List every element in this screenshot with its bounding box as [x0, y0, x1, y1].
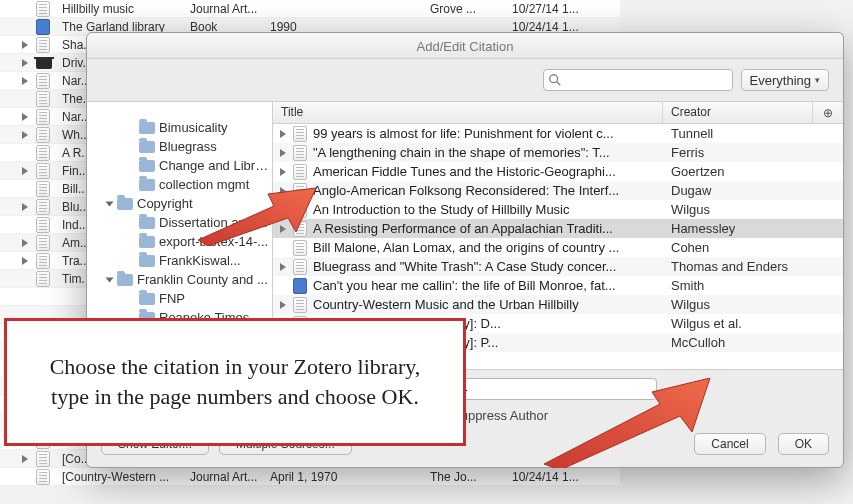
document-icon [36, 217, 50, 233]
collection-item[interactable]: FNP [87, 289, 272, 308]
collection-label: Franklin County and ... [137, 272, 272, 287]
citation-item[interactable]: "A lengthening chain in the shape of mem… [273, 143, 843, 162]
collection-item[interactable]: Change and Libraries [87, 156, 272, 175]
collection-label: Bimusicality [159, 120, 272, 135]
search-input[interactable] [543, 69, 733, 91]
disclosure-triangle-icon[interactable] [105, 200, 113, 208]
bg-title: [Country-Western ... [58, 470, 186, 484]
ok-button[interactable]: OK [778, 433, 829, 455]
collection-item[interactable]: FrankKiswal... [87, 251, 272, 270]
disclosure-triangle-icon[interactable] [22, 239, 28, 247]
collection-label: FrankKiswal... [159, 253, 272, 268]
document-icon [36, 1, 50, 17]
item-title: "A lengthening chain in the shape of mem… [313, 145, 610, 160]
citation-item[interactable]: Bluegrass and "White Trash": A Case Stud… [273, 257, 843, 276]
disclosure-triangle-icon[interactable] [105, 276, 113, 284]
collection-item[interactable]: Franklin County and ... [87, 270, 272, 289]
svg-line-1 [556, 82, 560, 86]
column-picker-icon[interactable]: ⊕ [813, 102, 843, 123]
document-icon [293, 297, 307, 313]
item-title: Anglo-American Folksong Reconsidered: Th… [313, 183, 619, 198]
citation-item[interactable]: An Introduction to the Study of Hillbill… [273, 200, 843, 219]
document-icon [293, 126, 307, 142]
document-icon [36, 469, 50, 485]
disclosure-triangle-icon[interactable] [22, 113, 28, 121]
document-icon [36, 235, 50, 251]
item-creator: Tunnell [663, 126, 843, 141]
citation-item[interactable]: Can't you hear me callin': the life of B… [273, 276, 843, 295]
disclosure-triangle-icon[interactable] [22, 257, 28, 265]
item-title: 99 years is almost for life: Punishment … [313, 126, 614, 141]
citation-item[interactable]: A Resisting Performance of an Appalachia… [273, 219, 843, 238]
folder-icon [139, 255, 155, 267]
folder-icon [139, 160, 155, 172]
citation-item[interactable]: Bill Malone, Alan Lomax, and the origins… [273, 238, 843, 257]
column-title[interactable]: Title [273, 102, 663, 123]
document-icon [36, 127, 50, 143]
document-icon [36, 181, 50, 197]
item-title: Can't you hear me callin': the life of B… [313, 278, 616, 293]
citation-item[interactable]: American Fiddle Tunes and the Historic-G… [273, 162, 843, 181]
disclosure-triangle-icon[interactable] [22, 77, 28, 85]
chevron-down-icon: ▾ [815, 75, 820, 85]
document-icon [36, 37, 50, 53]
document-icon [293, 259, 307, 275]
disclosure-triangle-icon[interactable] [279, 168, 287, 176]
item-title: Country-Western Music and the Urban Hill… [313, 297, 579, 312]
item-creator: Smith [663, 278, 843, 293]
citation-item[interactable]: 99 years is almost for life: Punishment … [273, 124, 843, 143]
folder-icon [117, 274, 133, 286]
item-title: Bill Malone, Alan Lomax, and the origins… [313, 240, 619, 255]
disclosure-triangle-icon[interactable] [22, 203, 28, 211]
search-icon [548, 73, 562, 87]
collection-item[interactable]: Bimusicality [87, 118, 272, 137]
document-icon [36, 163, 50, 179]
folder-icon [139, 293, 155, 305]
collection-label: Bluegrass [159, 139, 272, 154]
document-icon [36, 253, 50, 269]
column-creator[interactable]: Creator [663, 102, 813, 123]
disclosure-triangle-icon[interactable] [279, 263, 287, 271]
disclosure-triangle-icon[interactable] [22, 59, 28, 67]
disclosure-triangle-icon[interactable] [279, 130, 287, 138]
document-icon [36, 109, 50, 125]
disclosure-triangle-icon[interactable] [22, 455, 28, 463]
thesis-icon [36, 57, 52, 69]
citation-item[interactable]: Country-Western Music and the Urban Hill… [273, 295, 843, 314]
document-icon [36, 199, 50, 215]
citation-item[interactable]: Anglo-American Folksong Reconsidered: Th… [273, 181, 843, 200]
item-creator: Wilgus [663, 202, 843, 217]
disclosure-triangle-icon[interactable] [279, 301, 287, 309]
document-icon [36, 451, 50, 467]
document-icon [36, 91, 50, 107]
document-icon [293, 164, 307, 180]
svg-marker-3 [544, 378, 710, 468]
disclosure-triangle-icon[interactable] [22, 131, 28, 139]
collection-label: Change and Libraries [159, 158, 272, 173]
bg-row[interactable]: [Country-Western ...Journal Art...April … [0, 468, 620, 486]
items-header: Title Creator ⊕ [273, 102, 843, 124]
item-title: Bluegrass and "White Trash": A Case Stud… [313, 259, 616, 274]
disclosure-triangle-icon[interactable] [22, 167, 28, 175]
search-scope-label: Everything [750, 73, 811, 88]
bg-row[interactable]: Hillbilly musicJournal Art...Grove ...10… [0, 0, 620, 18]
search-scope-dropdown[interactable]: Everything ▾ [741, 69, 829, 91]
annotation-arrow-to-page [544, 378, 714, 468]
dialog-title: Add/Edit Citation [87, 33, 843, 59]
item-creator: Dugaw [663, 183, 843, 198]
bg-title: Hillbilly music [58, 2, 186, 16]
item-title: American Fiddle Tunes and the Historic-G… [313, 164, 616, 179]
disclosure-triangle-icon[interactable] [279, 149, 287, 157]
book-icon [36, 19, 50, 35]
item-creator: Hamessley [663, 221, 843, 236]
item-creator: Wilgus [663, 297, 843, 312]
annotation-arrow-to-citation [198, 186, 318, 246]
item-creator: Wilgus et al. [663, 316, 843, 331]
folder-icon [139, 217, 155, 229]
book-icon [293, 278, 307, 294]
document-icon [36, 271, 50, 287]
disclosure-triangle-icon[interactable] [22, 41, 28, 49]
svg-point-0 [549, 75, 557, 83]
collection-item[interactable]: Bluegrass [87, 137, 272, 156]
collection-label: FNP [159, 291, 272, 306]
